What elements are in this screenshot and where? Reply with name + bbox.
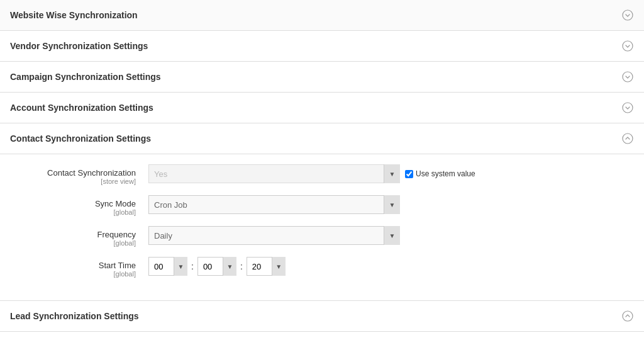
section-title-lead: Lead Synchronization Settings bbox=[10, 311, 139, 321]
section-header-vendor[interactable]: Vendor Synchronization Settings bbox=[0, 31, 644, 62]
section-header-website-wise[interactable]: Website Wise Synchronization bbox=[0, 0, 644, 31]
label-scope-start-time: [global] bbox=[10, 270, 136, 278]
minutes-select-start-time[interactable]: 00 bbox=[197, 257, 236, 276]
seconds-select-start-time[interactable]: 20 bbox=[247, 257, 286, 276]
label-text-sync-mode: Sync Mode bbox=[95, 199, 136, 208]
section-header-lead[interactable]: Lead Synchronization Settings bbox=[0, 301, 644, 332]
section-title-contact: Contact Synchronization Settings bbox=[10, 133, 151, 144]
section-header-contact[interactable]: Contact Synchronization Settings bbox=[0, 123, 644, 154]
select-sync-mode[interactable]: Cron JobManual bbox=[148, 195, 400, 214]
form-row-sync-mode: Sync Mode[global]Cron JobManual▼ bbox=[0, 195, 644, 216]
seconds-wrapper-start-time: 20▼ bbox=[247, 257, 286, 276]
select-frequency[interactable]: DailyWeeklyMonthly bbox=[148, 226, 400, 245]
chevron-down-icon bbox=[621, 40, 634, 52]
svg-point-4 bbox=[623, 133, 633, 144]
field-label-sync-mode: Sync Mode[global] bbox=[10, 195, 148, 216]
field-label-frequency: Frequency[global] bbox=[10, 226, 148, 247]
svg-point-1 bbox=[623, 41, 633, 51]
label-text-start-time: Start Time bbox=[99, 261, 136, 270]
form-row-contact-sync: Contact Synchronization[store view]YesNo… bbox=[0, 164, 644, 185]
time-separator-2: : bbox=[240, 261, 243, 271]
chevron-down-icon bbox=[621, 71, 634, 83]
section-body-lead: Lead Synchronization[store view]YesNo▼Us… bbox=[0, 332, 644, 340]
section-header-account[interactable]: Account Synchronization Settings bbox=[0, 93, 644, 123]
use-system-value-label-contact-sync: Use system value bbox=[416, 169, 475, 178]
section-title-campaign: Campaign Synchronization Settings bbox=[10, 72, 161, 82]
chevron-down-icon bbox=[621, 9, 634, 21]
section-header-campaign[interactable]: Campaign Synchronization Settings bbox=[0, 62, 644, 93]
section-title-website-wise: Website Wise Synchronization bbox=[10, 10, 138, 20]
section-body-contact: Contact Synchronization[store view]YesNo… bbox=[0, 154, 644, 301]
hours-select-start-time[interactable]: 00 bbox=[148, 257, 187, 276]
chevron-down-icon bbox=[621, 101, 634, 114]
minutes-wrapper-start-time: 00▼ bbox=[197, 257, 236, 276]
label-text-frequency: Frequency bbox=[97, 230, 136, 239]
section-title-vendor: Vendor Synchronization Settings bbox=[10, 41, 148, 51]
label-scope-frequency: [global] bbox=[10, 239, 136, 247]
form-row-start-time: Start Time[global]00▼:00▼:20▼ bbox=[0, 257, 644, 278]
section-title-account: Account Synchronization Settings bbox=[10, 103, 153, 113]
hours-wrapper-start-time: 00▼ bbox=[148, 257, 187, 276]
control-wrap-sync-mode: Cron JobManual▼ bbox=[148, 195, 634, 214]
chevron-up-icon bbox=[621, 132, 634, 145]
time-row-start-time: 00▼:00▼:20▼ bbox=[148, 257, 286, 276]
label-scope-contact-sync: [store view] bbox=[10, 178, 136, 185]
select-contact-sync[interactable]: YesNo bbox=[148, 164, 400, 183]
label-text-contact-sync: Contact Synchronization bbox=[47, 168, 136, 178]
control-wrap-start-time: 00▼:00▼:20▼ bbox=[148, 257, 634, 276]
use-system-value-contact-sync[interactable]: Use system value bbox=[405, 169, 475, 178]
svg-point-2 bbox=[623, 72, 633, 82]
svg-point-3 bbox=[623, 103, 633, 113]
chevron-up-icon bbox=[621, 310, 634, 322]
select-wrapper-frequency: DailyWeeklyMonthly▼ bbox=[148, 226, 400, 245]
use-system-value-checkbox-contact-sync[interactable] bbox=[405, 170, 413, 178]
field-label-start-time: Start Time[global] bbox=[10, 257, 148, 278]
svg-point-5 bbox=[623, 311, 633, 321]
select-wrapper-sync-mode: Cron JobManual▼ bbox=[148, 195, 400, 214]
field-label-contact-sync: Contact Synchronization[store view] bbox=[10, 164, 148, 185]
time-separator-1: : bbox=[191, 261, 194, 271]
control-wrap-frequency: DailyWeeklyMonthly▼ bbox=[148, 226, 634, 245]
control-wrap-contact-sync: YesNo▼Use system value bbox=[148, 164, 634, 183]
svg-point-0 bbox=[623, 10, 633, 20]
settings-page: Website Wise SynchronizationVendor Synch… bbox=[0, 0, 644, 340]
label-scope-sync-mode: [global] bbox=[10, 208, 136, 216]
select-wrapper-contact-sync: YesNo▼ bbox=[148, 164, 400, 183]
form-row-frequency: Frequency[global]DailyWeeklyMonthly▼ bbox=[0, 226, 644, 247]
